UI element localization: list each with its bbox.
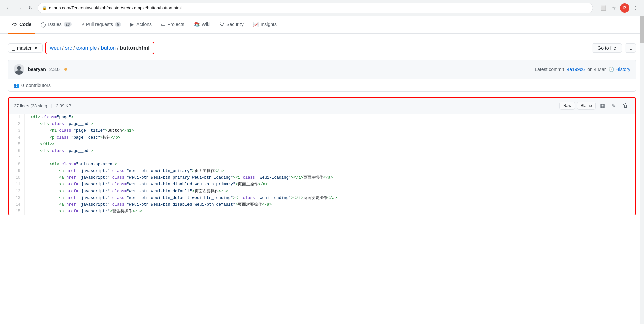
attr-token: class= [54,135,71,140]
string-token: "javascript:" [78,182,110,187]
address-bar[interactable]: 🔒 github.com/Tencent/weui/blob/master/sr… [38,3,593,13]
nav-pr-label: Pull requests [86,22,113,27]
chinese-token: 页面主操作 [195,169,215,173]
attr-token: class= [57,128,73,133]
string-token: "javascript:" [78,175,110,180]
more-options-button[interactable]: ... [625,43,636,53]
string-token: "page__title" [74,128,105,133]
string-token: "weui-btn weui-btn_default" [127,189,192,194]
line-content: <a href="javascript:" class="weui-btn we… [25,201,277,208]
tag-token: > [91,122,93,126]
nav-item-actions[interactable]: ▶ Actions [126,16,156,34]
line-number: 11 [9,181,25,188]
tag-token: > [115,162,117,167]
attr-token: class= [50,149,66,153]
nav-item-issues[interactable]: ◯ Issues 23 [37,16,76,34]
menu-button[interactable]: ⋮ [631,3,640,13]
scrollbar-thumb[interactable] [640,16,644,43]
history-link[interactable]: 🕐 History [608,67,630,72]
nav-item-insights[interactable]: 📈 Insights [249,16,281,34]
text-token [30,202,59,207]
string-token: "weui-loading" [257,175,291,180]
nav-item-pull-requests[interactable]: ⑂ Pull requests 5 [77,16,125,34]
nav-item-projects[interactable]: ▭ Projects [157,16,189,34]
line-content: <a href="javascript:" class="weui-btn we… [25,181,273,188]
attr-token: class= [240,196,257,200]
table-row: 7 [9,154,635,161]
line-content: <div class="button-sp-area"> [25,161,122,168]
string-token: "weui-btn weui-btn_default weui-btn_load… [127,196,233,200]
line-content: <p class="page__desc">按钮</p> [25,134,126,141]
attr-token: class= [110,202,127,207]
text-token [30,175,59,180]
tag-token: > [192,189,195,194]
string-token: "javascript:" [78,202,110,207]
translate-button[interactable]: ⬜ [598,3,608,13]
nav-actions-label: Actions [136,22,152,27]
attr-token: class= [59,162,76,167]
vertical-scrollbar[interactable] [640,16,644,324]
actions-icon: ▶ [130,22,134,27]
text-token [30,169,59,173]
insights-icon: 📈 [253,22,259,27]
line-content: <h1 class="page__title">Button</h1> [25,127,140,134]
nav-code-label: Code [19,22,31,27]
chinese-token: 页面主操作 [303,175,323,180]
browser-nav-buttons: ← → ↻ [4,3,35,13]
blame-button[interactable]: Blame [577,102,596,110]
breadcrumb-filename: button.html [120,45,150,51]
attr-token: href= [64,196,78,200]
line-number: 1 [9,114,25,121]
nav-item-code[interactable]: <> Code [8,16,35,34]
nav-item-security[interactable]: 🛡 Security [216,16,248,34]
commit-author[interactable]: bearyan [28,67,46,72]
history-clock-icon: 🕐 [608,67,614,72]
text-token [30,189,59,194]
raw-button[interactable]: Raw [559,102,575,110]
bookmark-button[interactable]: ☆ [609,3,619,13]
string-token: "weui-loading" [257,196,291,200]
line-number: 7 [9,154,25,161]
table-row: 14 <a href="javascript:" class="weui-btn… [9,201,635,208]
contributors-count: 0 [21,83,24,88]
string-token: "page__desc" [71,135,100,140]
text-token [30,149,40,153]
nav-item-wiki[interactable]: 📚 Wiki [190,16,214,34]
table-row: 3 <h1 class="page__title">Button</h1> [9,127,635,134]
breadcrumb-button[interactable]: button [101,45,116,51]
reload-button[interactable]: ↻ [25,3,35,13]
branch-selector[interactable]: ⎯ master ▼ [8,43,43,53]
breadcrumb-weui[interactable]: weui [50,45,61,51]
line-content: <div class="page__bd"> [25,148,98,154]
avatar [14,64,24,75]
chinese-token: 页面主操作 [238,182,258,187]
branch-chevron-icon: ▼ [34,45,38,51]
breadcrumb-path: weui / src / example / button / button.h… [45,42,154,54]
delete-icon[interactable]: 🗑 [621,101,630,110]
browser-chrome: ← → ↻ 🔒 github.com/Tencent/weui/blob/mas… [0,0,644,16]
line-number: 8 [9,161,25,168]
text-token [30,209,59,214]
forward-button[interactable]: → [15,3,24,13]
commit-hash[interactable]: 4a199c6 [567,67,585,72]
edit-icon[interactable]: ✎ [609,101,619,110]
line-number: 4 [9,134,25,141]
attr-token: href= [64,175,78,180]
go-to-file-button[interactable]: Go to file [592,43,622,53]
breadcrumb-actions: Go to file ... [592,43,636,53]
issues-icon: ◯ [41,22,46,27]
nav-projects-label: Projects [167,22,184,27]
svg-point-1 [15,70,23,75]
line-number: 3 [9,127,25,134]
tag-token: > [291,196,293,200]
back-button[interactable]: ← [4,3,13,13]
breadcrumb-src[interactable]: src [65,45,72,51]
nav-insights-label: Insights [261,22,277,27]
tag-token: </a> [219,189,228,194]
text-token [30,182,59,187]
breadcrumb-example[interactable]: example [76,45,97,51]
copy-icon[interactable]: ▦ [598,101,607,110]
text-token [30,162,50,167]
profile-button[interactable]: P [620,3,629,13]
line-number: 9 [9,168,25,174]
